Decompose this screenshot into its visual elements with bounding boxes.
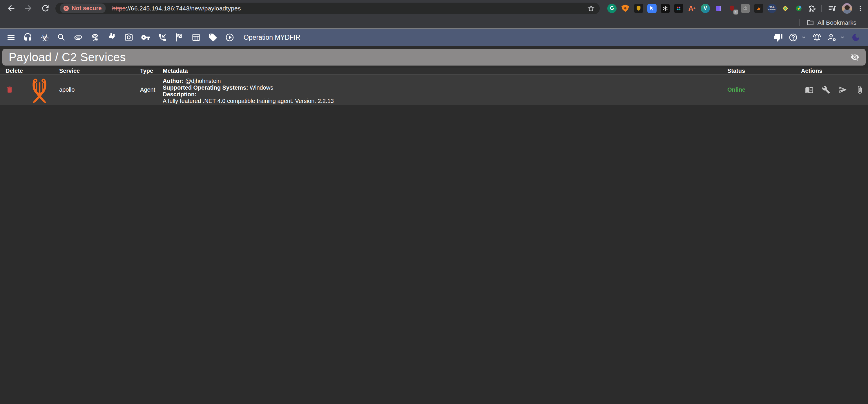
reload-icon[interactable] bbox=[40, 3, 50, 13]
page-title-bar: Payload / C2 Services bbox=[2, 49, 866, 66]
author-value: @djhohnstein bbox=[184, 78, 221, 84]
delete-cell bbox=[5, 74, 59, 105]
header-type: Type bbox=[140, 68, 163, 74]
green-v-extension-icon[interactable]: V bbox=[701, 4, 710, 13]
description-label: Description: bbox=[163, 91, 197, 97]
os-value: Windows bbox=[248, 84, 274, 91]
metadata-os-line: Supported Operating Systems: Windows bbox=[163, 84, 727, 91]
navy-circle-extension-icon[interactable]: Web ChatGPT bbox=[767, 4, 777, 13]
browser-nav-buttons bbox=[0, 3, 55, 13]
header-delete: Delete bbox=[5, 68, 59, 74]
bookmark-star-icon[interactable] bbox=[587, 4, 595, 12]
black-asterisk-extension-icon[interactable] bbox=[661, 4, 670, 13]
header-service: Service bbox=[59, 68, 140, 74]
metadata-author-line: Author: @djhohnstein bbox=[163, 78, 727, 84]
user-settings-icon[interactable] bbox=[828, 33, 837, 42]
dark-mode-moon-icon[interactable] bbox=[851, 33, 861, 42]
header-status: Status bbox=[727, 68, 801, 74]
header-actions: Actions bbox=[801, 68, 868, 74]
robot-extension-icon[interactable] bbox=[741, 4, 750, 13]
key-icon[interactable] bbox=[141, 33, 150, 42]
apollo-logo bbox=[27, 75, 52, 104]
user-settings-chevron-down-icon[interactable] bbox=[840, 34, 845, 40]
dark-bird-extension-icon[interactable] bbox=[754, 4, 763, 13]
hamburger-menu-icon[interactable] bbox=[6, 33, 16, 42]
security-chip[interactable]: Not secure bbox=[60, 3, 105, 13]
status-badge: Online bbox=[727, 86, 745, 93]
help-chevron-down-icon[interactable] bbox=[801, 34, 807, 40]
header-metadata: Metadata bbox=[163, 68, 727, 74]
page-title: Payload / C2 Services bbox=[2, 51, 126, 64]
forward-icon[interactable] bbox=[24, 3, 33, 13]
chatgpt-text: ChatGPT bbox=[768, 8, 776, 11]
biohazard-glyph: ☣ bbox=[40, 33, 49, 42]
bookmarks-separator bbox=[799, 19, 800, 26]
service-type: Agent bbox=[140, 86, 155, 93]
service-cell: apollo bbox=[59, 74, 140, 105]
table-header: Delete Service Type Metadata Status Acti… bbox=[0, 68, 868, 74]
metadata-description-value-line: A fully featured .NET 4.0 compatible tra… bbox=[163, 98, 727, 104]
browser-toolbar: Not secure https://66.245.194.186:7443/n… bbox=[0, 0, 868, 17]
mythic-navbar: ☣ Operati bbox=[0, 29, 868, 46]
profile-avatar[interactable] bbox=[842, 3, 852, 13]
attach-paperclip-icon[interactable] bbox=[856, 86, 864, 94]
address-bar[interactable]: Not secure https://66.245.194.186:7443/n… bbox=[55, 3, 600, 14]
checkered-flag-icon[interactable] bbox=[175, 33, 184, 42]
toolbar-separator bbox=[821, 5, 822, 12]
search-icon[interactable] bbox=[57, 33, 66, 42]
type-cell: Agent bbox=[140, 74, 163, 105]
notifications-bell-icon[interactable] bbox=[812, 33, 822, 42]
documentation-book-icon[interactable] bbox=[805, 86, 813, 94]
blue-cursor-extension-icon[interactable] bbox=[647, 4, 657, 13]
web-text: Web bbox=[770, 6, 775, 8]
build-wrench-icon[interactable] bbox=[822, 86, 830, 94]
red-shield-badge-extension-icon[interactable]: 1 bbox=[727, 4, 737, 13]
tag-icon[interactable] bbox=[208, 33, 218, 42]
table-row: apollo Agent Author: @djhohnstein Suppor… bbox=[0, 74, 868, 105]
help-icon[interactable] bbox=[788, 33, 798, 42]
gold-shield-extension-icon[interactable] bbox=[634, 4, 643, 13]
fingerprint-icon[interactable] bbox=[91, 33, 100, 42]
plus-mark: + bbox=[693, 6, 696, 10]
puzzle-extensions-button-icon[interactable] bbox=[807, 4, 817, 13]
navbar-right-icons bbox=[773, 33, 868, 42]
url-text: https://66.245.194.186:7443/new/payloadt… bbox=[112, 5, 587, 12]
actions-cell bbox=[801, 74, 868, 105]
url-scheme: https bbox=[112, 5, 126, 11]
send-plane-icon[interactable] bbox=[839, 86, 847, 94]
biohazard-icon[interactable]: ☣ bbox=[40, 33, 49, 42]
hide-deleted-eye-icon[interactable] bbox=[850, 53, 859, 61]
palette-dots-extension-icon[interactable] bbox=[674, 4, 683, 13]
green-g-extension-icon[interactable]: G bbox=[607, 4, 617, 13]
thumbs-down-icon[interactable] bbox=[773, 33, 783, 42]
orange-a-plus-extension-icon[interactable]: A+ bbox=[687, 4, 696, 13]
media-controls-icon[interactable] bbox=[828, 4, 836, 13]
metadata-cell: Author: @djhohnstein Supported Operating… bbox=[163, 74, 727, 105]
navbar-left-icons: ☣ Operati bbox=[0, 33, 301, 42]
browser-menu-icon[interactable] bbox=[857, 5, 864, 12]
extension-badge: 1 bbox=[734, 9, 738, 14]
metadata-description-label-line: Description: bbox=[163, 91, 727, 98]
operation-selector[interactable]: Operation MYDFIR bbox=[244, 34, 301, 41]
socks-icon[interactable] bbox=[107, 33, 117, 42]
os-label: Supported Operating Systems: bbox=[163, 84, 248, 91]
all-bookmarks-label[interactable]: All Bookmarks bbox=[817, 19, 857, 26]
globe-arrow-extension-icon[interactable] bbox=[794, 4, 803, 13]
purple-book-extension-icon[interactable] bbox=[714, 4, 723, 13]
camera-icon[interactable] bbox=[124, 33, 133, 42]
security-chip-label: Not secure bbox=[72, 5, 101, 11]
back-icon[interactable] bbox=[6, 3, 16, 13]
color-diamond-extension-icon[interactable] bbox=[781, 4, 790, 13]
fox-extension-icon[interactable] bbox=[621, 4, 630, 13]
data-table-icon[interactable] bbox=[191, 33, 201, 42]
paperclip-icon[interactable] bbox=[74, 33, 83, 42]
v-letter: V bbox=[704, 5, 707, 11]
headphones-icon[interactable] bbox=[23, 33, 32, 42]
folder-icon bbox=[807, 19, 814, 26]
service-name: apollo bbox=[59, 86, 74, 93]
phone-callback-icon[interactable] bbox=[158, 33, 167, 42]
play-circle-icon[interactable] bbox=[225, 33, 234, 42]
g-letter: G bbox=[610, 5, 614, 11]
bookmarks-bar: All Bookmarks bbox=[0, 17, 868, 28]
delete-trash-icon[interactable] bbox=[5, 86, 13, 94]
